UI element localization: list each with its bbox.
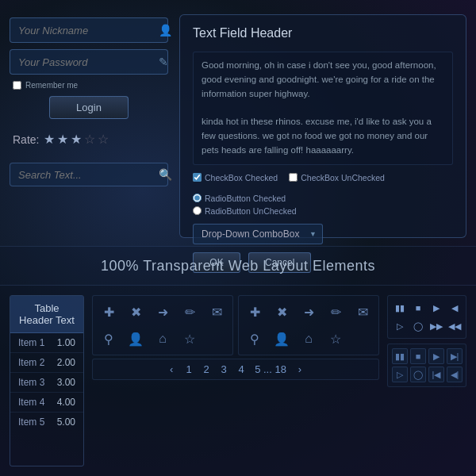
radio-unchecked[interactable] [193, 206, 202, 215]
item-3-value: 3.00 [57, 377, 75, 388]
password-input[interactable] [18, 56, 152, 68]
table-row: Item 2 2.00 [10, 353, 83, 373]
user-icon-2[interactable]: 👤 [271, 328, 293, 350]
search-icon-3[interactable]: ⚲ [244, 328, 266, 350]
item-4-value: 4.00 [57, 397, 75, 408]
rewind-button[interactable]: ◀ [447, 300, 463, 316]
star-rating[interactable]: ★ ★ ★ ☆ ☆ [44, 132, 109, 147]
pause-button-2[interactable]: ▮▮ [392, 348, 408, 364]
skip-forward-button[interactable]: ▶▶ [428, 318, 444, 334]
page-3[interactable]: 3 [217, 363, 230, 375]
star-3[interactable]: ★ [71, 132, 82, 147]
stop-button-2[interactable]: ■ [410, 348, 426, 364]
page-1[interactable]: 1 [182, 363, 195, 375]
checkbox-checked[interactable] [193, 173, 202, 182]
page-ellipsis: 5 ... 18 [252, 363, 289, 375]
home-icon-2[interactable]: ⌂ [298, 328, 320, 350]
password-field[interactable]: ✎ [10, 49, 168, 75]
next-page-button[interactable]: › [294, 363, 306, 375]
mail-icon-2[interactable]: ✉ [351, 301, 374, 323]
close-icon[interactable]: ✖ [125, 301, 147, 323]
item-2-label: Item 2 [18, 357, 44, 368]
page-2[interactable]: 2 [200, 363, 213, 375]
remember-label: Remember me [25, 81, 78, 90]
radio-checked[interactable] [193, 194, 202, 202]
arrow-icon-2[interactable]: ➜ [298, 301, 320, 323]
star-icon[interactable]: ☆ [178, 328, 201, 350]
add-icon[interactable]: ✚ [98, 301, 120, 323]
play-outline-button[interactable]: ▷ [392, 318, 408, 334]
person-icon: 👤 [159, 24, 172, 36]
star-1[interactable]: ★ [44, 132, 55, 147]
icons-panel: ✚ ✖ ➜ ✏ ✉ ⚲ 👤 ⌂ ☆ ✚ ✖ ➜ ✏ ✉ [92, 295, 379, 466]
empty-icon-1 [205, 328, 228, 350]
prev-page-button[interactable]: ‹ [165, 363, 178, 375]
checkbox-checked-item[interactable]: CheckBox Checked [193, 173, 278, 182]
pause-button[interactable]: ▮▮ [392, 300, 408, 316]
media-ctrl-grid-2: ▮▮ ■ ▶ ▶| ▷ ◯ |◀ ◀| [387, 344, 466, 387]
pencil-icon: ✎ [159, 56, 168, 68]
last-button[interactable]: ◀| [447, 367, 463, 382]
dropdown-select[interactable]: Drop-Down ComboBox [193, 224, 323, 244]
icon-grid-1: ✚ ✖ ➜ ✏ ✉ ⚲ 👤 ⌂ ☆ [92, 295, 233, 355]
search-field[interactable]: 🔍 [10, 163, 168, 186]
mail-icon[interactable]: ✉ [205, 301, 228, 323]
item-1-value: 1.00 [57, 337, 75, 348]
bottom-section: Table Header Text Item 1 1.00 Item 2 2.0… [0, 286, 476, 476]
table-row: Item 3 3.00 [10, 373, 83, 393]
radio-unchecked-item[interactable]: RadioButton UnChecked [193, 206, 297, 216]
arrow-icon[interactable]: ➜ [152, 301, 174, 323]
radio-checked-item[interactable]: RadioButton Checked [193, 194, 297, 203]
play-button[interactable]: ▶ [428, 300, 444, 316]
top-section: 👤 ✎ Remember me Login Rate: ★ ★ ★ ☆ ☆ [0, 0, 476, 246]
star-icon-2[interactable]: ☆ [324, 328, 347, 350]
table-row: Item 1 1.00 [10, 333, 83, 353]
dialog-text-1: Good morning, oh in case i don't see you… [202, 60, 436, 98]
home-icon[interactable]: ⌂ [152, 328, 174, 350]
login-button[interactable]: Login [49, 96, 129, 119]
dropdown-wrap[interactable]: Drop-Down ComboBox [193, 224, 323, 244]
star-4[interactable]: ☆ [84, 132, 95, 147]
search-icon: 🔍 [159, 168, 172, 181]
skip-back-button[interactable]: ◀◀ [447, 318, 463, 334]
dialog-body: Good morning, oh in case i don't see you… [193, 52, 453, 165]
stop-button[interactable]: ■ [410, 300, 426, 316]
record-button-2[interactable]: ◯ [410, 367, 426, 382]
media-ctrl-grid-1: ▮▮ ■ ▶ ◀ ▷ ◯ ▶▶ ◀◀ [387, 295, 466, 339]
prev-button[interactable]: |◀ [428, 367, 444, 382]
checkbox-checked-label: CheckBox Checked [205, 173, 278, 182]
item-5-label: Item 5 [18, 416, 44, 428]
table-row: Item 5 5.00 [10, 413, 83, 432]
next-button[interactable]: ▶| [447, 348, 463, 364]
play-button-2[interactable]: ▶ [428, 348, 444, 364]
edit-icon-2[interactable]: ✏ [324, 301, 347, 323]
media-controls: ▮▮ ■ ▶ ◀ ▷ ◯ ▶▶ ◀◀ ▮▮ ■ ▶ ▶| ▷ ◯ |◀ ◀| [387, 295, 466, 466]
banner-text: 100% Transparent Web Layout Elements [101, 258, 375, 274]
nickname-input[interactable] [18, 25, 152, 36]
checkbox-unchecked[interactable] [289, 173, 298, 182]
table-row: Item 4 4.00 [10, 393, 83, 413]
dialog-title: Text Field Header [193, 26, 453, 40]
item-5-value: 5.00 [57, 416, 75, 428]
star-5[interactable]: ☆ [98, 132, 109, 147]
checkbox-unchecked-label: CheckBox UnChecked [301, 173, 385, 182]
search-input[interactable] [18, 169, 152, 181]
remember-checkbox[interactable] [13, 81, 21, 90]
play-outline-2[interactable]: ▷ [392, 367, 408, 382]
radio-unchecked-label: RadioButton UnChecked [205, 206, 297, 216]
table-panel: Table Header Text Item 1 1.00 Item 2 2.0… [10, 295, 84, 466]
close-icon-2[interactable]: ✖ [271, 301, 293, 323]
item-1-label: Item 1 [18, 337, 44, 348]
checkbox-unchecked-item[interactable]: CheckBox UnChecked [289, 173, 385, 182]
icon-grid-2: ✚ ✖ ➜ ✏ ✉ ⚲ 👤 ⌂ ☆ [238, 295, 379, 355]
star-2[interactable]: ★ [57, 132, 68, 147]
nickname-field[interactable]: 👤 [10, 17, 168, 43]
radio-group: RadioButton Checked RadioButton UnChecke… [193, 194, 297, 216]
search-icon-2[interactable]: ⚲ [98, 328, 120, 350]
record-button[interactable]: ◯ [410, 318, 426, 334]
add-icon-2[interactable]: ✚ [244, 301, 266, 323]
edit-icon[interactable]: ✏ [178, 301, 201, 323]
radio-checked-label: RadioButton Checked [205, 194, 286, 203]
user-icon[interactable]: 👤 [125, 328, 147, 350]
page-4[interactable]: 4 [235, 363, 248, 375]
